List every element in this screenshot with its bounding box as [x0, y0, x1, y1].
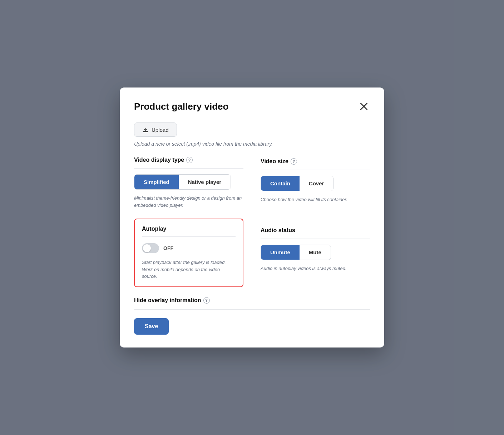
video-display-label: Video display type ? [134, 157, 243, 163]
autoplay-state-label: OFF [163, 245, 173, 251]
autoplay-box: Autoplay OFF Start playback after the ga… [134, 219, 243, 287]
hide-overlay-help-icon[interactable]: ? [203, 297, 210, 304]
autoplay-label: Autoplay [142, 226, 236, 232]
audio-status-toggle: Unmute Mute [261, 245, 331, 260]
save-button[interactable]: Save [134, 318, 169, 335]
autoplay-toggle-row: OFF [142, 243, 236, 253]
audio-status-section: Audio status Unmute Mute Audio in autopl… [261, 227, 370, 287]
autoplay-slider [142, 243, 159, 253]
audio-status-hint: Audio in autoplay videos is always muted… [261, 265, 370, 272]
modal-title: Product gallery video [134, 101, 228, 112]
modal-dialog: Product gallery video Upload Upload a ne… [120, 88, 384, 348]
hide-overlay-section: Hide overlay information ? [134, 297, 370, 310]
autoplay-divider [142, 236, 236, 237]
video-size-section: Video size ? Contain Cover Choose how th… [261, 158, 370, 209]
modal-header: Product gallery video [134, 100, 370, 112]
video-display-hint: Minimalist theme-friendly design or a de… [134, 195, 243, 209]
simplified-button[interactable]: Simplified [134, 175, 179, 189]
video-display-divider [134, 168, 243, 169]
hide-overlay-label: Hide overlay information ? [134, 297, 370, 304]
second-settings-grid: Autoplay OFF Start playback after the ga… [134, 217, 370, 287]
hide-overlay-divider [134, 309, 370, 310]
mute-button[interactable]: Mute [300, 245, 331, 260]
cover-button[interactable]: Cover [300, 176, 333, 191]
video-display-help-icon[interactable]: ? [186, 157, 193, 163]
video-size-help-icon[interactable]: ? [291, 158, 297, 165]
upload-button[interactable]: Upload [134, 122, 177, 137]
audio-status-divider [261, 239, 370, 239]
settings-grid: Video display type ? Simplified Native p… [134, 157, 370, 209]
video-size-toggle: Contain Cover [261, 176, 333, 191]
video-display-type-toggle: Simplified Native player [134, 174, 231, 190]
autoplay-hint: Start playback after the gallery is load… [142, 259, 236, 280]
audio-status-label: Audio status [261, 227, 370, 234]
contain-button[interactable]: Contain [261, 176, 300, 191]
video-size-divider [261, 170, 370, 170]
video-size-label: Video size ? [261, 158, 370, 165]
native-player-button[interactable]: Native player [179, 175, 231, 189]
upload-hint: Upload a new or select (.mp4) video file… [134, 141, 370, 147]
autoplay-section: Autoplay OFF Start playback after the ga… [134, 217, 243, 287]
upload-button-label: Upload [152, 127, 169, 133]
upload-icon [142, 126, 149, 133]
video-size-hint: Choose how the video will fill its conta… [261, 196, 370, 203]
video-display-section: Video display type ? Simplified Native p… [134, 157, 243, 209]
unmute-button[interactable]: Unmute [261, 245, 300, 260]
close-button[interactable] [358, 100, 370, 112]
modal-backdrop: Product gallery video Upload Upload a ne… [0, 0, 504, 435]
autoplay-toggle[interactable] [142, 243, 159, 253]
